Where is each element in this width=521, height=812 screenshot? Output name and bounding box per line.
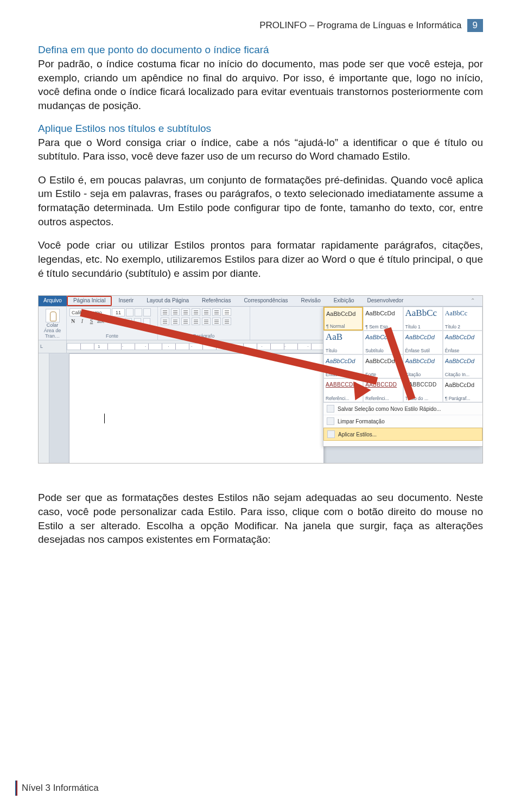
style-cell[interactable]: AaBbCc.Subtítulo bbox=[363, 331, 403, 354]
font-size-combo[interactable]: 11 bbox=[112, 308, 125, 316]
borders-icon[interactable] bbox=[223, 318, 231, 325]
document-page[interactable] bbox=[69, 353, 324, 464]
style-label: Título bbox=[326, 348, 361, 353]
style-cell[interactable]: AaBbCcDdForte bbox=[363, 354, 403, 378]
styles-gallery-menu: Salvar Seleção como Novo Estilo Rápido..… bbox=[323, 402, 482, 441]
text-cursor bbox=[104, 414, 105, 423]
font-color-icon[interactable] bbox=[143, 318, 150, 326]
menu-apply-styles[interactable]: Aplicar Estilos... bbox=[323, 428, 482, 441]
ruler-corner: L bbox=[39, 340, 67, 353]
style-preview: AaBbCc bbox=[405, 308, 441, 318]
section-heading-2: Aplique Estilos nos títulos e subtítulos bbox=[38, 123, 483, 135]
ribbon-collapse-icon[interactable]: ⌃ bbox=[467, 296, 482, 306]
paste-label: Colar bbox=[41, 322, 63, 328]
menu-apply-styles-label: Aplicar Estilos... bbox=[338, 432, 377, 437]
italic-button[interactable]: I bbox=[79, 318, 86, 326]
underline-button[interactable]: S bbox=[88, 318, 95, 326]
shrink-font-icon[interactable] bbox=[135, 308, 142, 316]
tab-home[interactable]: Página Inicial bbox=[67, 296, 112, 306]
highlight-icon[interactable] bbox=[134, 318, 141, 326]
line-spacing-icon[interactable] bbox=[202, 318, 211, 325]
footer-accent-bar bbox=[15, 781, 17, 796]
change-case-icon[interactable] bbox=[143, 308, 151, 316]
style-cell[interactable]: AaBbCcDd¶ Parágraf... bbox=[443, 378, 482, 402]
tab-references[interactable]: Referências bbox=[195, 296, 237, 306]
style-label: Ênfase Int... bbox=[326, 372, 361, 377]
style-cell[interactable]: AaBbCcDd¶ Normal bbox=[323, 307, 363, 331]
section-2-p2: O Estilo é, em poucas palavras, um conju… bbox=[38, 173, 483, 229]
menu-save-selection[interactable]: Salvar Seleção como Novo Estilo Rápido..… bbox=[323, 403, 482, 415]
menu-clear-formatting-label: Limpar Formatação bbox=[338, 418, 385, 424]
style-cell[interactable]: AABBCCDDTítulo do ... bbox=[403, 378, 443, 402]
tab-insert[interactable]: Inserir bbox=[112, 296, 140, 306]
font-name-combo[interactable]: Calibri (Corpo bbox=[69, 308, 111, 316]
style-cell[interactable]: AaBbCcDdCitação In... bbox=[443, 354, 482, 378]
tab-mailings[interactable]: Correspondências bbox=[237, 296, 294, 306]
apply-styles-icon bbox=[327, 430, 335, 438]
paste-icon[interactable] bbox=[46, 309, 60, 322]
bold-button[interactable]: N bbox=[69, 318, 77, 326]
tab-review[interactable]: Revisão bbox=[295, 296, 327, 306]
subscript-button[interactable]: x₂ bbox=[106, 318, 113, 326]
numbering-icon[interactable] bbox=[171, 308, 180, 316]
style-cell[interactable]: AaBTítulo bbox=[323, 331, 363, 354]
style-preview: AaBbCcDd bbox=[445, 380, 480, 390]
style-cell[interactable]: AaBbCcDdÊnfase Int... bbox=[323, 354, 363, 378]
align-right-icon[interactable] bbox=[181, 318, 190, 325]
align-center-icon[interactable] bbox=[171, 318, 180, 325]
style-cell[interactable]: AaBbCcDdÊnfase Sutil bbox=[403, 331, 443, 354]
style-label: Citação bbox=[405, 372, 441, 377]
section-heading-1: Defina em que ponto do documento o índic… bbox=[38, 44, 483, 56]
style-label: Citação In... bbox=[445, 372, 480, 377]
style-preview: AABBCCDD bbox=[326, 380, 361, 390]
clear-format-icon bbox=[327, 417, 334, 425]
group-paragraph-label: Parágrafo bbox=[161, 333, 247, 340]
style-cell[interactable]: AABBCCDDReferênci... bbox=[323, 378, 363, 402]
style-preview: AaBbCcDd bbox=[445, 332, 480, 342]
group-font-label: Fonte bbox=[69, 333, 155, 340]
decrease-indent-icon[interactable] bbox=[192, 308, 200, 316]
tab-view[interactable]: Exibição bbox=[327, 296, 361, 306]
style-label: Título 1 bbox=[405, 324, 441, 329]
shading-icon[interactable] bbox=[212, 318, 221, 325]
style-cell[interactable]: AaBbCcDdÊnfase bbox=[443, 331, 482, 354]
style-cell[interactable]: AaBbCcDdCitação bbox=[403, 354, 443, 378]
vertical-ruler[interactable] bbox=[39, 353, 49, 464]
superscript-button[interactable]: x² bbox=[116, 318, 123, 326]
strike-button[interactable]: abe bbox=[97, 318, 104, 326]
sort-icon[interactable] bbox=[212, 308, 221, 316]
page-number: 9 bbox=[467, 19, 483, 32]
style-preview: AaBbCcDd bbox=[405, 332, 441, 342]
ribbon-tabs: Arquivo Página Inicial Inserir Layout da… bbox=[39, 296, 482, 307]
style-label: Título 2 bbox=[445, 324, 480, 329]
bullets-icon[interactable] bbox=[161, 308, 169, 316]
word-screenshot: Arquivo Página Inicial Inserir Layout da… bbox=[38, 295, 483, 464]
save-style-icon bbox=[327, 405, 334, 413]
style-cell[interactable]: AABBCCDDReferênci... bbox=[363, 378, 403, 402]
section-2-p3: Você pode criar ou utilizar Estilos pron… bbox=[38, 238, 483, 280]
style-label: ¶ Normal bbox=[326, 323, 360, 329]
grow-font-icon[interactable] bbox=[126, 308, 134, 316]
tab-file[interactable]: Arquivo bbox=[39, 296, 67, 306]
style-cell[interactable]: AaBbCcTítulo 1 bbox=[403, 307, 443, 331]
style-preview: AaBbCc. bbox=[365, 332, 401, 342]
show-marks-icon[interactable] bbox=[223, 308, 231, 316]
header-title: PROLINFO – Programa de Línguas e Informá… bbox=[259, 19, 465, 32]
justify-icon[interactable] bbox=[192, 318, 200, 325]
tab-developer[interactable]: Desenvolvedor bbox=[361, 296, 410, 306]
menu-clear-formatting[interactable]: Limpar Formatação bbox=[323, 415, 482, 428]
style-cell[interactable]: AaBbCcTítulo 2 bbox=[443, 307, 482, 331]
increase-indent-icon[interactable] bbox=[202, 308, 211, 316]
style-preview: AaBbCcDd bbox=[365, 356, 401, 366]
style-label: Título do ... bbox=[405, 396, 441, 401]
align-left-icon[interactable] bbox=[161, 318, 169, 325]
style-label: Referênci... bbox=[326, 396, 361, 401]
text-effects-icon[interactable] bbox=[125, 318, 132, 326]
style-label: Ênfase bbox=[445, 348, 480, 353]
menu-save-selection-label: Salvar Seleção como Novo Estilo Rápido..… bbox=[338, 406, 441, 412]
style-preview: AaBbCcDd bbox=[326, 356, 361, 366]
tab-layout[interactable]: Layout da Página bbox=[140, 296, 195, 306]
style-preview: AABBCCDD bbox=[365, 380, 401, 390]
style-cell[interactable]: AaBbCcDd¶ Sem Esp... bbox=[363, 307, 403, 331]
multilevel-icon[interactable] bbox=[181, 308, 190, 316]
